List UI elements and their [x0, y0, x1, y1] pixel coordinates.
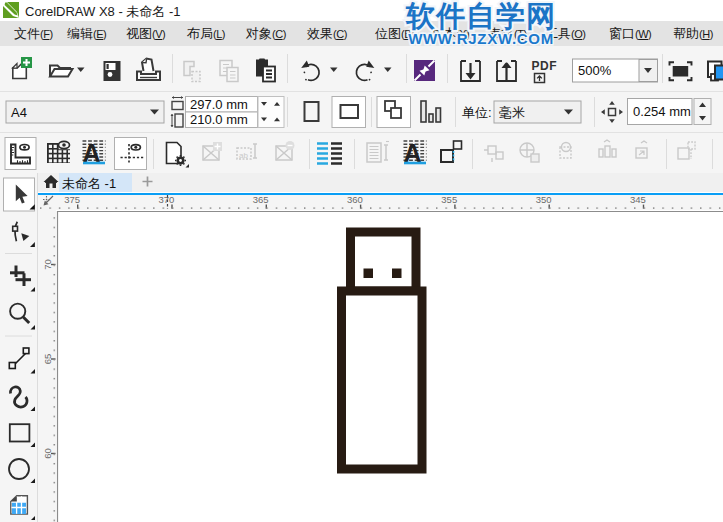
svg-text:0.254 mm: 0.254 mm — [633, 104, 691, 119]
svg-text:297.0 mm: 297.0 mm — [190, 97, 248, 112]
svg-text:单位:: 单位: — [462, 105, 492, 120]
svg-text:210.0 mm: 210.0 mm — [190, 112, 248, 127]
svg-text:PDF: PDF — [532, 59, 558, 73]
svg-text:A4: A4 — [11, 105, 27, 120]
svg-text:毫米: 毫米 — [499, 105, 525, 120]
svg-text:500%: 500% — [578, 63, 612, 78]
svg-text:ab: ab — [239, 151, 248, 160]
